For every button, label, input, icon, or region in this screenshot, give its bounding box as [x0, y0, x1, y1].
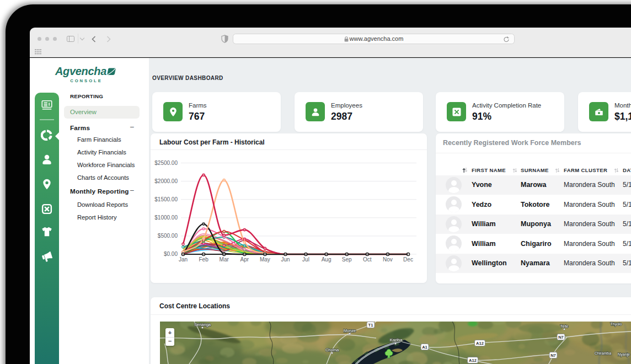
- svg-text:Choma: Choma: [325, 347, 339, 352]
- svg-text:Thyolo: Thyolo: [610, 322, 622, 326]
- svg-text:Sep: Sep: [342, 256, 352, 263]
- svg-text:Chiramba: Chiramba: [595, 351, 611, 355]
- svg-text:$1000.00: $1000.00: [154, 215, 178, 221]
- svg-text:Apr: Apr: [240, 256, 249, 263]
- svg-text:Jun: Jun: [281, 256, 290, 263]
- svg-text:Jul: Jul: [302, 256, 309, 263]
- svg-text:A1: A1: [422, 345, 427, 350]
- svg-text:A12: A12: [469, 358, 477, 363]
- svg-text:Nov: Nov: [383, 256, 393, 263]
- svg-text:A12: A12: [476, 341, 484, 346]
- svg-text:Senanga: Senanga: [194, 322, 211, 327]
- svg-text:$1500.00: $1500.00: [154, 196, 178, 202]
- svg-text:Tete: Tete: [560, 324, 569, 329]
- svg-text:Dec: Dec: [403, 256, 413, 263]
- svg-text:$0.00: $0.00: [164, 251, 178, 257]
- svg-text:T1: T1: [368, 323, 373, 328]
- svg-text:Oct: Oct: [363, 256, 372, 263]
- svg-text:Feb: Feb: [199, 256, 208, 263]
- svg-text:Monze: Monze: [344, 328, 356, 333]
- svg-text:Kariba: Kariba: [389, 338, 403, 342]
- svg-text:N7: N7: [550, 353, 556, 358]
- svg-text:May: May: [260, 256, 270, 263]
- svg-text:Mar: Mar: [220, 256, 229, 263]
- svg-text:Nyanje: Nyanje: [618, 352, 630, 357]
- svg-text:$2500.00: $2500.00: [154, 160, 178, 166]
- svg-text:Jan: Jan: [179, 256, 188, 263]
- svg-text:Aug: Aug: [322, 256, 331, 263]
- svg-text:N7: N7: [558, 335, 564, 340]
- svg-text:$500.00: $500.00: [158, 233, 178, 239]
- svg-text:$2000.00: $2000.00: [154, 178, 178, 184]
